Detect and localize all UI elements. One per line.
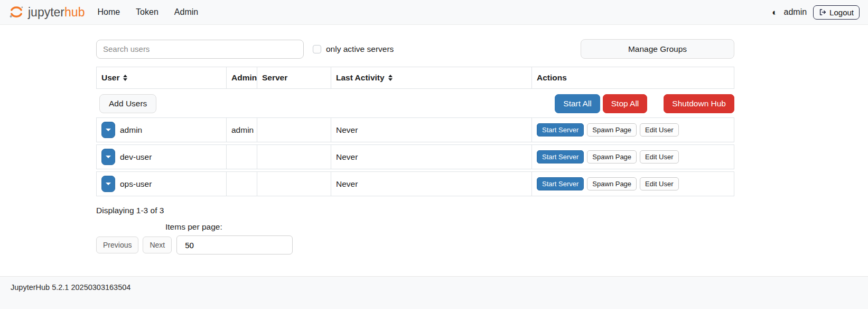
only-active-label: only active servers — [326, 44, 394, 54]
username: dev-user — [120, 152, 152, 162]
only-active-filter: only active servers — [313, 44, 394, 54]
jupyterhub-logo-icon — [8, 4, 24, 20]
stop-all-button[interactable]: Stop All — [603, 94, 648, 113]
bulk-actions: Start All Stop All Shutdown Hub — [555, 94, 734, 113]
start-server-button[interactable]: Start Server — [537, 123, 584, 137]
add-users-button[interactable]: Add Users — [99, 94, 156, 113]
header-admin-label: Admin — [231, 73, 257, 83]
row-dropdown-toggle[interactable] — [101, 149, 115, 165]
pagination-summary: Displaying 1-3 of 3 — [96, 206, 734, 215]
username: ops-user — [120, 179, 152, 189]
theme-contrast-icon[interactable]: ◐ — [772, 8, 777, 17]
spawn-page-button[interactable]: Spawn Page — [587, 123, 637, 137]
header-user-label: User — [101, 73, 119, 83]
row-actions: Start Server Spawn Page Edit User — [531, 118, 734, 142]
header-last-activity[interactable]: Last Activity — [331, 67, 531, 88]
users-table-header: User Admin Server Last Activity Actions — [96, 67, 734, 89]
edit-user-button[interactable]: Edit User — [640, 123, 678, 137]
caret-down-icon — [106, 129, 111, 131]
admin-cell — [226, 145, 257, 169]
edit-user-button[interactable]: Edit User — [640, 150, 678, 163]
last-activity-cell: Never — [331, 172, 531, 196]
shutdown-hub-button[interactable]: Shutdown Hub — [664, 94, 734, 113]
table-row: ops-user Never Start Server Spawn Page E… — [96, 171, 734, 196]
header-actions: Actions — [531, 67, 734, 88]
user-cell: dev-user — [97, 145, 226, 169]
header-actions-label: Actions — [537, 73, 567, 83]
caret-down-icon — [106, 183, 111, 185]
logout-label: Logout — [829, 8, 854, 17]
only-active-checkbox[interactable] — [313, 45, 321, 53]
row-actions: Start Server Spawn Page Edit User — [531, 172, 734, 196]
header-user[interactable]: User — [97, 67, 226, 88]
current-username: admin — [784, 7, 807, 17]
logout-button[interactable]: Logout — [813, 5, 860, 20]
last-activity-cell: Never — [331, 145, 531, 169]
version-text: JupyterHub 5.2.1 20250303163504 — [11, 283, 130, 292]
caret-down-icon — [106, 156, 111, 158]
username: admin — [120, 125, 142, 135]
top-navbar: jupyterhub Home Token Admin ◐ admin Logo… — [0, 0, 868, 25]
table-row: admin admin Never Start Server Spawn Pag… — [96, 117, 734, 142]
header-admin: Admin — [226, 67, 257, 88]
header-server-label: Server — [262, 73, 287, 83]
row-dropdown-toggle[interactable] — [101, 122, 115, 138]
items-per-page-label: Items per page: — [165, 222, 734, 232]
user-cell: admin — [97, 118, 226, 142]
jupyterhub-logo[interactable]: jupyterhub — [8, 4, 85, 20]
nav-link-token[interactable]: Token — [136, 7, 158, 17]
brand-wordmark: jupyterhub — [28, 5, 85, 20]
previous-page-button[interactable]: Previous — [96, 237, 138, 253]
search-input[interactable] — [96, 40, 304, 59]
table-row: dev-user Never Start Server Spawn Page E… — [96, 144, 734, 169]
pagination-controls: Previous Next — [96, 235, 734, 255]
server-cell — [257, 172, 331, 196]
nav-link-admin[interactable]: Admin — [174, 7, 198, 17]
server-cell — [257, 145, 331, 169]
spawn-page-button[interactable]: Spawn Page — [587, 177, 637, 190]
row-dropdown-toggle[interactable] — [101, 176, 115, 192]
last-activity-cell: Never — [331, 118, 531, 142]
admin-cell: admin — [226, 118, 257, 142]
nav-link-home[interactable]: Home — [97, 7, 120, 17]
spawn-page-button[interactable]: Spawn Page — [587, 150, 637, 163]
sort-icon[interactable] — [388, 75, 393, 81]
table-controls: Add Users Start All Stop All Shutdown Hu… — [96, 91, 734, 116]
user-cell: ops-user — [97, 172, 226, 196]
navbar-right: ◐ admin Logout — [772, 5, 860, 20]
admin-panel: only active servers Manage Groups User A… — [96, 39, 734, 255]
next-page-button[interactable]: Next — [143, 237, 172, 253]
row-actions: Start Server Spawn Page Edit User — [531, 145, 734, 169]
jupyterhub-admin-page: jupyterhub Home Token Admin ◐ admin Logo… — [0, 0, 868, 309]
manage-groups-button[interactable]: Manage Groups — [581, 39, 734, 59]
admin-cell — [226, 172, 257, 196]
header-last-activity-label: Last Activity — [336, 73, 385, 83]
nav-links: Home Token Admin — [97, 7, 198, 17]
server-cell — [257, 118, 331, 142]
start-server-button[interactable]: Start Server — [537, 150, 584, 163]
page-footer: JupyterHub 5.2.1 20250303163504 — [0, 276, 868, 309]
page-size-input[interactable] — [176, 235, 293, 255]
logout-icon — [819, 8, 826, 16]
user-toolbar: only active servers Manage Groups — [96, 39, 734, 59]
header-server: Server — [257, 67, 331, 88]
start-server-button[interactable]: Start Server — [537, 177, 584, 190]
sort-icon[interactable] — [123, 75, 127, 81]
start-all-button[interactable]: Start All — [555, 94, 600, 113]
edit-user-button[interactable]: Edit User — [640, 177, 678, 190]
